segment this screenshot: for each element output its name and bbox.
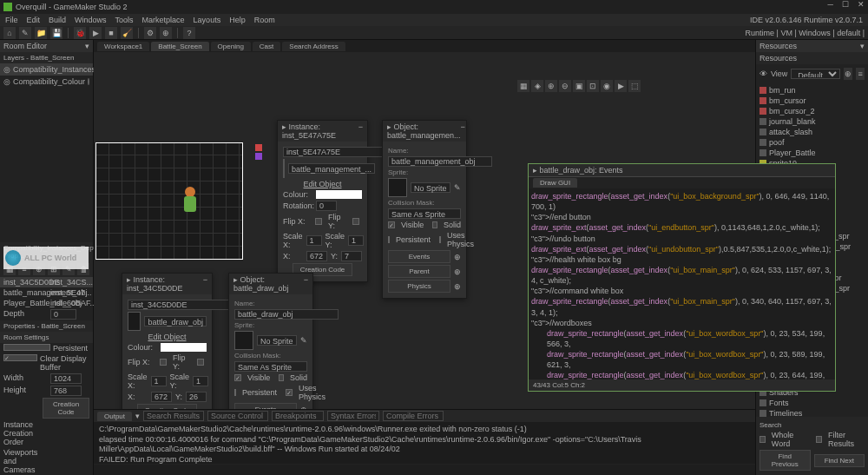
- build-icon[interactable]: ⚙: [144, 27, 156, 39]
- colour-picker[interactable]: [316, 190, 362, 199]
- menu-layouts[interactable]: Layouts: [194, 16, 221, 24]
- close-icon[interactable]: −: [203, 275, 207, 293]
- new-icon[interactable]: ✎: [19, 27, 31, 39]
- tool-icon[interactable]: ▣: [573, 80, 585, 92]
- width-input[interactable]: [50, 373, 82, 384]
- play-icon[interactable]: ▶: [615, 80, 627, 92]
- tree-node[interactable]: poof: [758, 137, 866, 148]
- creation-code-button[interactable]: Creation Code: [0, 397, 93, 419]
- tab-workspace[interactable]: Workspace1: [97, 42, 149, 51]
- menu-file[interactable]: File: [5, 16, 18, 24]
- tree-node[interactable]: bm_cursor: [758, 96, 866, 106]
- edit-icon[interactable]: ✎: [300, 336, 307, 345]
- viewports-row[interactable]: Viewports and Cameras: [0, 447, 93, 475]
- rotation-input[interactable]: [316, 201, 337, 211]
- view-icon[interactable]: 👁: [760, 69, 767, 78]
- tab-battle-screen[interactable]: Battle_Screen: [151, 42, 208, 51]
- chevron-icon[interactable]: ▾: [135, 412, 140, 420]
- tree-node[interactable]: attack_slash: [758, 127, 866, 137]
- find-prev-button[interactable]: Find Previous: [760, 450, 811, 471]
- resource-icon: [760, 399, 766, 406]
- close-icon[interactable]: −: [358, 122, 363, 140]
- instance-name-input[interactable]: [128, 300, 232, 310]
- object-name-input[interactable]: [234, 309, 339, 320]
- menu-tools[interactable]: Tools: [115, 16, 134, 24]
- player-sprite[interactable]: [180, 187, 201, 216]
- tree-node[interactable]: Timelines: [758, 408, 866, 417]
- tree-node[interactable]: bm_run: [758, 85, 866, 96]
- close-icon[interactable]: −: [304, 275, 308, 293]
- menu-build[interactable]: Build: [49, 16, 66, 24]
- debug-icon[interactable]: 🐞: [74, 27, 86, 39]
- sprite-thumbnail[interactable]: [283, 159, 285, 178]
- tab-search[interactable]: Search Address: [282, 42, 345, 51]
- clear-buffer-checkbox[interactable]: Clear Display Buffer: [0, 353, 93, 373]
- depth-label: Depth: [3, 309, 50, 320]
- list-item[interactable]: Player_Battle_Idle_objinst_60BAF...: [0, 298, 93, 308]
- add-icon[interactable]: ⊕: [844, 68, 852, 80]
- window-title: Overquill - GameMaker Studio 2: [16, 3, 128, 11]
- clean-icon[interactable]: 🧹: [121, 27, 133, 39]
- persistent-checkbox[interactable]: Persistent: [0, 343, 93, 353]
- object-window: ▸ Object: battle_managemen...− Name: Spr…: [382, 120, 467, 299]
- config-icon[interactable]: ≡: [856, 68, 865, 80]
- menu-windows[interactable]: Windows: [75, 16, 107, 24]
- close-icon[interactable]: ✕: [858, 0, 865, 9]
- tab-opening[interactable]: Opening: [211, 42, 251, 51]
- layer-row[interactable]: ◎Compatibility_Colour: [0, 76, 93, 88]
- help-icon[interactable]: ?: [183, 27, 195, 39]
- tree-node[interactable]: journal_blank: [758, 116, 866, 127]
- depth-input[interactable]: [50, 309, 76, 320]
- tree-node[interactable]: bm_cursor_2: [758, 106, 866, 116]
- home-icon[interactable]: ⌂: [3, 27, 16, 39]
- edit-object-link[interactable]: Edit Object: [303, 180, 341, 188]
- layer-row[interactable]: ◎Compatibility_Instances_Dept...: [0, 63, 93, 76]
- tool-icon[interactable]: ⊖: [559, 80, 571, 92]
- marker-icon: [255, 144, 262, 151]
- tool-icon[interactable]: ◉: [601, 80, 613, 92]
- menu-edit[interactable]: Edit: [27, 16, 41, 24]
- edit-icon[interactable]: ✎: [454, 183, 461, 192]
- output-body[interactable]: C:\ProgramData\GameMakerStudio2\Cache\ru…: [94, 422, 755, 464]
- filter-input[interactable]: [143, 411, 204, 421]
- workspace-tabs: Workspace1 Battle_Screen Opening Cast Se…: [94, 40, 755, 52]
- output-tab[interactable]: Output: [97, 412, 132, 421]
- save-icon[interactable]: 💾: [50, 27, 62, 39]
- tab-cast[interactable]: Cast: [253, 42, 280, 51]
- menu-help[interactable]: Help: [229, 16, 246, 24]
- code-body[interactable]: draw_sprite_rectangle(asset_get_index("u…: [529, 188, 835, 379]
- left-panel: Room Editor ▾ Layers - Battle_Screen ◎Co…: [0, 40, 94, 475]
- menu-room[interactable]: Room: [254, 16, 275, 24]
- view-select[interactable]: Default: [791, 69, 840, 79]
- tool-icon[interactable]: ⊡: [587, 80, 599, 92]
- list-item[interactable]: inst_34C5D0DEinst_34CS...: [0, 277, 93, 287]
- find-next-button[interactable]: Find Next: [814, 454, 865, 467]
- room-settings-header[interactable]: Room Settings: [0, 332, 93, 343]
- properties-header: Properties - Battle_Screen: [0, 320, 93, 332]
- tool-icon[interactable]: ▦: [517, 80, 529, 92]
- tree-node[interactable]: Player_Battle: [758, 148, 866, 158]
- minimize-icon[interactable]: ─: [828, 0, 833, 9]
- tree-node[interactable]: Fonts: [758, 398, 866, 408]
- open-icon[interactable]: 📁: [35, 27, 47, 39]
- creation-order-row[interactable]: Instance Creation Order: [0, 419, 93, 447]
- room-view[interactable]: [95, 142, 243, 260]
- tool-icon[interactable]: ⊕: [545, 80, 557, 92]
- tool-icon[interactable]: ◈: [531, 80, 543, 92]
- stop-icon[interactable]: ■: [105, 27, 117, 39]
- code-tab[interactable]: Draw GUI: [533, 178, 577, 188]
- instance-name-input[interactable]: [283, 147, 387, 157]
- close-icon[interactable]: −: [461, 122, 465, 140]
- maximize-icon[interactable]: ☐: [842, 0, 849, 9]
- zoom-icon[interactable]: ⊕: [160, 27, 172, 39]
- edit-object-link[interactable]: Edit Object: [148, 333, 186, 341]
- chevron-icon[interactable]: ▾: [85, 42, 89, 50]
- list-item[interactable]: battle_management_objinst_5E47...: [0, 287, 93, 298]
- menu-marketplace[interactable]: Marketplace: [142, 16, 185, 24]
- object-name-input[interactable]: [388, 156, 492, 167]
- marker-icon: [255, 153, 262, 160]
- run-icon[interactable]: ▶: [89, 27, 102, 39]
- height-input[interactable]: [50, 386, 82, 396]
- chevron-icon[interactable]: ▾: [860, 42, 865, 50]
- tool-icon[interactable]: ⬚: [628, 80, 641, 92]
